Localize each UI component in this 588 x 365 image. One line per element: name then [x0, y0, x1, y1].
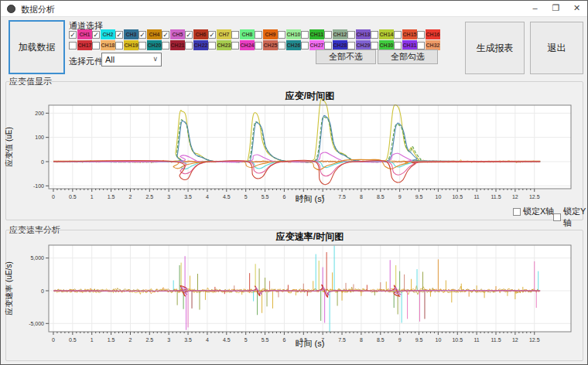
- channel-label-CH26: CH26: [286, 40, 301, 50]
- channel-checkbox-CH11[interactable]: [301, 31, 309, 39]
- channel-checkbox-CH12[interactable]: [324, 31, 332, 39]
- channel-chip-CH11[interactable]: CH11: [301, 29, 324, 39]
- channel-chip-CH17[interactable]: CH17: [69, 40, 92, 50]
- svg-text:3.5: 3.5: [184, 337, 192, 343]
- channel-chip-CH9[interactable]: CH9: [255, 29, 278, 39]
- lock-y-axis-checkbox[interactable]: 锁定Y轴: [553, 206, 587, 229]
- channel-checkbox-CH5[interactable]: ✓: [162, 31, 169, 39]
- channel-checkbox-CH31[interactable]: [394, 42, 402, 49]
- channel-chip-CH7[interactable]: ✓CH7: [208, 29, 231, 39]
- channel-checkbox-CH16[interactable]: [417, 31, 425, 39]
- app-icon: [7, 5, 15, 13]
- channel-checkbox-CH26[interactable]: [278, 42, 285, 49]
- channel-row-1: ✓CH1✓CH2✓CH3✓CH4✓CH5✓CH6✓CH7CH8CH9CH10CH…: [69, 29, 440, 39]
- svg-text:7.5: 7.5: [338, 194, 346, 200]
- channel-checkbox-CH21[interactable]: [162, 42, 169, 49]
- channel-checkbox-CH22[interactable]: [185, 42, 193, 49]
- channel-checkbox-CH1[interactable]: ✓: [69, 31, 77, 39]
- channel-label-CH2: CH2: [101, 29, 115, 39]
- svg-text:0.5: 0.5: [69, 337, 77, 343]
- channel-chip-CH26[interactable]: CH26: [278, 40, 301, 50]
- channel-chip-CH8[interactable]: CH8: [231, 29, 255, 39]
- channel-chip-CH15[interactable]: CH15: [394, 29, 417, 39]
- channel-checkbox-CH24[interactable]: [231, 42, 239, 49]
- svg-text:6: 6: [282, 337, 285, 343]
- channel-checkbox-CH6[interactable]: ✓: [185, 31, 193, 39]
- svg-text:2.5: 2.5: [145, 194, 153, 200]
- channel-chip-CH20[interactable]: CH20: [138, 40, 162, 50]
- svg-text:12.5: 12.5: [529, 337, 540, 343]
- channel-checkbox-CH27[interactable]: [301, 42, 309, 49]
- channel-checkbox-CH2[interactable]: ✓: [92, 31, 100, 39]
- channel-chip-CH18[interactable]: CH18: [92, 40, 115, 50]
- channel-checkbox-CH25[interactable]: [255, 42, 262, 49]
- channel-chip-CH10[interactable]: CH10: [278, 29, 301, 39]
- select-all-button[interactable]: 全部勾选: [378, 49, 438, 64]
- component-dropdown[interactable]: All ∨: [101, 53, 162, 67]
- lock-x-label: 锁定X轴: [523, 206, 554, 217]
- generate-report-button[interactable]: 生成报表: [465, 22, 525, 74]
- svg-text:4: 4: [206, 337, 209, 343]
- svg-text:9.5: 9.5: [415, 337, 423, 343]
- channel-checkbox-CH10[interactable]: [278, 31, 285, 39]
- lock-x-axis-checkbox[interactable]: 锁定X轴: [513, 206, 554, 217]
- channel-chip-CH4[interactable]: ✓CH4: [138, 29, 162, 39]
- channel-chip-CH19[interactable]: CH19: [115, 40, 138, 50]
- channel-checkbox-CH23[interactable]: [208, 42, 216, 49]
- chevron-down-icon: ∨: [152, 55, 158, 63]
- channel-checkbox-CH32[interactable]: [417, 42, 425, 49]
- svg-text:8.5: 8.5: [377, 194, 385, 200]
- close-button[interactable]: ✕: [566, 1, 587, 17]
- svg-text:2: 2: [129, 337, 132, 343]
- channel-chip-CH25[interactable]: CH25: [255, 40, 278, 50]
- channel-checkbox-CH29[interactable]: [347, 42, 355, 49]
- svg-text:12: 12: [512, 337, 518, 343]
- channel-checkbox-CH14[interactable]: [371, 31, 378, 39]
- channel-label-CH25: CH25: [263, 40, 278, 50]
- channel-checkbox-CH7[interactable]: ✓: [208, 31, 216, 39]
- svg-text:9: 9: [398, 337, 402, 343]
- channel-chip-CH6[interactable]: ✓CH6: [185, 29, 208, 39]
- svg-text:9: 9: [398, 194, 402, 200]
- svg-text:1: 1: [91, 194, 94, 200]
- channel-chip-CH13[interactable]: CH13: [347, 29, 371, 39]
- lock-y-checkbox-box[interactable]: [553, 213, 561, 221]
- channel-chip-CH23[interactable]: CH23: [208, 40, 231, 50]
- channel-checkbox-CH28[interactable]: [324, 42, 332, 49]
- lock-x-checkbox-box[interactable]: [513, 208, 521, 216]
- svg-text:1.5: 1.5: [108, 337, 115, 343]
- channel-chip-CH1[interactable]: ✓CH1: [69, 29, 92, 39]
- channel-checkbox-CH17[interactable]: [69, 42, 77, 49]
- component-select-label: 选择元件:: [69, 56, 105, 67]
- deselect-all-button[interactable]: 全部不选: [316, 49, 376, 64]
- channel-label-CH18: CH18: [101, 40, 115, 50]
- channel-checkbox-CH18[interactable]: [92, 42, 100, 49]
- channel-checkbox-CH20[interactable]: [138, 42, 146, 49]
- channel-checkbox-CH30[interactable]: [371, 42, 378, 49]
- svg-text:应变/时间图: 应变/时间图: [285, 90, 334, 101]
- channel-chip-CH12[interactable]: CH12: [324, 29, 347, 39]
- channel-checkbox-CH13[interactable]: [347, 31, 355, 39]
- exit-button[interactable]: 退出: [530, 22, 583, 74]
- channel-checkbox-CH19[interactable]: [115, 42, 123, 49]
- channel-checkbox-CH9[interactable]: [255, 31, 262, 39]
- channel-checkbox-CH4[interactable]: ✓: [138, 31, 146, 39]
- channel-chip-CH2[interactable]: ✓CH2: [92, 29, 115, 39]
- channel-chip-CH5[interactable]: ✓CH5: [162, 29, 185, 39]
- svg-text:200: 200: [35, 111, 44, 116]
- channel-chip-CH16[interactable]: CH16: [417, 29, 440, 39]
- channel-chip-CH21[interactable]: CH21: [162, 40, 185, 50]
- channel-chip-CH24[interactable]: CH24: [231, 40, 255, 50]
- channel-checkbox-CH3[interactable]: ✓: [115, 31, 123, 39]
- svg-text:5.5: 5.5: [262, 194, 269, 200]
- channel-chip-CH22[interactable]: CH22: [185, 40, 208, 50]
- channel-chip-CH3[interactable]: ✓CH3: [115, 29, 138, 39]
- channel-checkbox-CH15[interactable]: [394, 31, 402, 39]
- maximize-button[interactable]: ❐: [545, 1, 566, 17]
- minimize-button[interactable]: –: [525, 1, 545, 17]
- channel-label-CH8: CH8: [240, 29, 255, 39]
- channel-checkbox-CH8[interactable]: [231, 31, 239, 39]
- load-data-button[interactable]: 加载数据: [9, 20, 65, 74]
- channel-chip-CH14[interactable]: CH14: [371, 29, 394, 39]
- window-title: 数据分析: [21, 4, 55, 15]
